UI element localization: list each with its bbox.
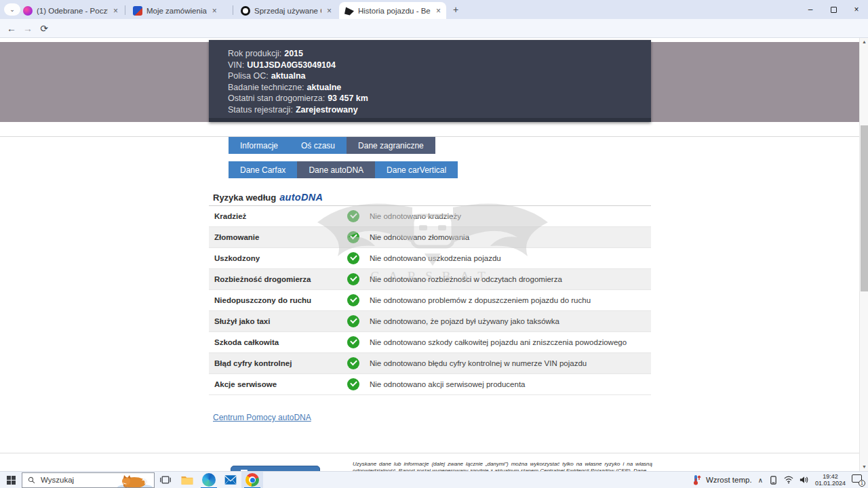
maximize-icon xyxy=(831,7,837,13)
search-icon xyxy=(28,476,35,484)
check-icon xyxy=(347,273,359,285)
windows-taskbar: Wyszukaj xyxy=(0,471,868,488)
weather-label: Wzrost temp. xyxy=(706,476,752,484)
risk-row-niedopuszczony: Niedopuszczony do ruchu Nie odnotowano p… xyxy=(209,290,651,311)
page-content: Rok produkcji:2015 VIN:UU1JSDA0G53049104… xyxy=(0,38,868,471)
wifi-icon[interactable] xyxy=(784,476,793,484)
shop-favicon-icon xyxy=(133,6,142,16)
tab-title: Moje zamówienia xyxy=(146,7,207,15)
browser-tab-orders[interactable]: Moje zamówienia × xyxy=(127,2,231,19)
risk-row-taxi: Służył jako taxi Nie odnotowano, że poja… xyxy=(209,311,651,332)
windows-logo-icon xyxy=(7,476,16,485)
scrollbar-thumb[interactable] xyxy=(861,125,868,291)
download-report-button[interactable] xyxy=(231,466,320,471)
autodna-logo: autoDNA xyxy=(279,192,323,203)
task-view-icon xyxy=(160,475,171,485)
help-center-link[interactable]: Centrum Pomocy autoDNA xyxy=(213,413,311,422)
date-text: 01.01.2024 xyxy=(815,480,846,487)
risks-section: Ryzyka wedługautoDNA Kradzież Nie odnoto… xyxy=(209,38,651,471)
new-tab-button[interactable]: + xyxy=(450,4,461,15)
page-scrollbar[interactable]: ▲ ▼ xyxy=(859,38,868,471)
tab-title: Historia pojazdu - Bezpłatny ra xyxy=(358,7,431,15)
browser-tab-historia-pojazdu-active[interactable]: Historia pojazdu - Bezpłatny ra × xyxy=(339,2,446,19)
o2-mail-favicon-icon xyxy=(23,6,33,16)
horizontal-divider-bottom xyxy=(0,453,868,453)
notification-center-button[interactable]: 1 xyxy=(852,474,864,485)
chrome-button[interactable] xyxy=(241,472,263,488)
tab-close-icon[interactable]: × xyxy=(212,6,217,16)
scroll-up-icon[interactable]: ▲ xyxy=(860,38,868,46)
window-close-button[interactable]: × xyxy=(845,0,868,19)
tab-close-icon[interactable]: × xyxy=(113,6,118,16)
edge-button[interactable] xyxy=(198,472,220,488)
mail-button[interactable] xyxy=(220,472,241,488)
risk-row-zlomowanie: Złomowanie Nie odnotowano złomowania xyxy=(209,227,651,248)
tab-separator xyxy=(125,5,125,15)
browser-tab-mail[interactable]: (1) Odebrane - Poczta o2 × xyxy=(18,2,123,19)
check-icon xyxy=(347,231,359,243)
your-phone-icon[interactable] xyxy=(769,476,778,485)
risk-row-szkoda: Szkoda całkowita Nie odnotowano szkody c… xyxy=(209,332,651,353)
risk-row-kradziez: Kradzież Nie odnotowano kradzieży xyxy=(209,206,651,227)
notification-badge: 1 xyxy=(859,480,865,487)
check-icon xyxy=(347,378,359,390)
reload-button[interactable]: ⟳ xyxy=(38,22,50,35)
legal-disclaimer-text: Uzyskane dane lub informacje (dalej zwan… xyxy=(353,461,652,471)
check-icon xyxy=(347,210,359,222)
otomoto-favicon-icon xyxy=(241,6,250,16)
mail-icon xyxy=(224,473,237,487)
window-minimize-button[interactable]: – xyxy=(799,0,822,19)
browser-toolbar: ← → ⟳ https://historiapojazdu.gov.pl/str… xyxy=(0,19,868,38)
search-highlight-fox-icon xyxy=(115,473,154,488)
scroll-down-icon[interactable]: ▼ xyxy=(860,463,868,471)
start-button[interactable] xyxy=(0,472,22,488)
time-text: 19:42 xyxy=(815,473,846,480)
historia-pojazdu-favicon-icon xyxy=(344,6,354,16)
risk-row-blad-cyfry: Błąd cyfry kontrolnej Nie odnotowano błę… xyxy=(209,353,651,374)
forward-button[interactable]: → xyxy=(22,22,34,35)
edge-icon xyxy=(202,473,216,487)
tab-title: Sprzedaj używane Osobowe | O xyxy=(254,7,321,15)
tab-title: (1) Odebrane - Poczta o2 xyxy=(37,7,108,15)
tab-close-icon[interactable]: × xyxy=(327,6,332,16)
chrome-icon xyxy=(245,473,259,487)
check-icon xyxy=(347,357,359,369)
browser-tab-otomoto[interactable]: Sprzedaj używane Osobowe | O × xyxy=(235,2,337,19)
section-heading: Ryzyka wedługautoDNA xyxy=(213,192,323,203)
tab-close-icon[interactable]: × xyxy=(436,6,441,16)
browser-tab-strip: ⌄ (1) Odebrane - Poczta o2 × Moje zamówi… xyxy=(0,0,868,19)
risk-table: Kradzież Nie odnotowano kradzieży Złomow… xyxy=(209,205,651,395)
taskbar-weather-widget[interactable]: Wzrost temp. xyxy=(692,474,752,485)
volume-icon[interactable] xyxy=(800,476,809,484)
risk-row-uszkodzony: Uszkodzony Nie odnotowano uszkodzenia po… xyxy=(209,248,651,269)
tray-expand-icon[interactable]: ∧ xyxy=(758,476,763,484)
check-icon xyxy=(347,294,359,306)
search-placeholder: Wyszukaj xyxy=(41,476,74,484)
check-icon xyxy=(347,315,359,327)
file-explorer-button[interactable] xyxy=(176,472,198,488)
risk-row-akcje: Akcje serwisowe Nie odnotowano akcji ser… xyxy=(209,374,651,395)
taskbar-search-input[interactable]: Wyszukaj xyxy=(22,472,155,488)
tab-separator xyxy=(233,5,233,15)
task-view-button[interactable] xyxy=(155,472,176,488)
window-maximize-button[interactable] xyxy=(822,0,845,19)
check-icon xyxy=(347,252,359,264)
back-button[interactable]: ← xyxy=(5,22,18,35)
check-icon xyxy=(347,336,359,348)
taskbar-clock[interactable]: 19:42 01.01.2024 xyxy=(815,473,846,487)
temperature-rise-icon xyxy=(692,474,702,485)
risk-row-rozbieznosc: Rozbieżność drogomierza Nie odnotowano r… xyxy=(209,269,651,290)
file-explorer-icon xyxy=(180,473,194,487)
